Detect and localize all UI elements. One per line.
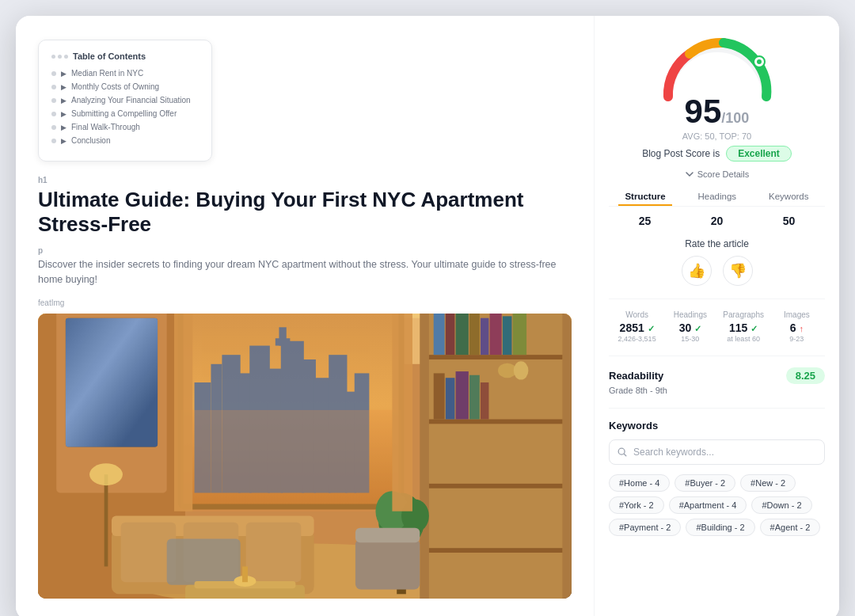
room-scene	[38, 314, 572, 599]
readability-title: Readability	[609, 370, 663, 382]
p-label: p	[38, 246, 572, 255]
stat-headings-range: 15-30	[663, 335, 716, 343]
featuring-label: featImg	[38, 298, 572, 307]
keyword-tag-4[interactable]: #Apartment - 4	[669, 496, 747, 514]
keywords-title: Keywords	[609, 420, 825, 432]
toc-arrow-icon: ▶	[61, 83, 66, 91]
score-display: 95/100	[685, 95, 750, 128]
score-val-headings: 20	[711, 215, 724, 227]
search-input-wrap	[609, 439, 825, 465]
readability-grade: Grade 8th - 9th	[609, 386, 825, 395]
score-number: 95	[685, 93, 722, 130]
toc-item[interactable]: ▶ Monthly Costs of Owning	[51, 82, 199, 91]
stat-headings: Headings 30 ✓ 15-30	[663, 310, 716, 343]
keyword-tag-0[interactable]: #Home - 4	[609, 474, 670, 492]
stat-words-label: Words	[610, 310, 663, 319]
images-arrow-up-icon: ↑	[799, 324, 804, 333]
score-badge-row: Blog Post Score is Excellent	[642, 146, 792, 162]
stat-words-value: 2851 ✓	[610, 321, 663, 334]
keyword-tag-7[interactable]: #Building - 2	[686, 519, 754, 536]
toc-item[interactable]: ▶ Analyzing Your Financial Situation	[51, 96, 199, 105]
stat-headings-value: 30 ✓	[663, 321, 716, 334]
search-icon	[617, 447, 628, 458]
keyword-tags: #Home - 4 #Buyer - 2 #New - 2 #York - 2 …	[609, 474, 825, 536]
tab-keywords[interactable]: Keywords	[762, 188, 815, 206]
headings-check-icon: ✓	[694, 324, 701, 333]
featured-image	[38, 314, 572, 599]
keyword-tag-2[interactable]: #New - 2	[740, 474, 796, 492]
left-panel: Table of Contents ▶ Median Rent in NYC ▶…	[16, 16, 594, 616]
stat-images: Images 6 ↑ 9-23	[770, 310, 823, 343]
stat-images-range: 9-23	[770, 335, 823, 343]
search-input[interactable]	[609, 439, 825, 465]
stat-words-range: 2,426-3,515	[610, 335, 663, 343]
tab-headings[interactable]: Headings	[692, 188, 743, 206]
h1-label: h1	[38, 176, 572, 184]
right-panel: 95/100 AVG: 50, TOP: 70 Blog Post Score …	[594, 16, 839, 616]
toc-arrow-icon: ▶	[61, 124, 66, 131]
words-check-icon: ✓	[648, 324, 655, 333]
toc-item[interactable]: ▶ Median Rent in NYC	[51, 69, 199, 78]
readability-score: 8.25	[786, 367, 825, 384]
keyword-tag-1[interactable]: #Buyer - 2	[674, 474, 735, 492]
toc-item[interactable]: ▶ Submitting a Compelling Offer	[51, 109, 199, 118]
tab-structure[interactable]: Structure	[618, 188, 671, 206]
featured-image-inner	[38, 314, 572, 599]
score-tabs: Structure Headings Keywords	[609, 188, 825, 207]
stat-headings-label: Headings	[663, 310, 716, 319]
stat-paragraphs-label: Paragraphs	[717, 310, 770, 319]
toc-item[interactable]: ▶ Final Walk-Through	[51, 123, 199, 131]
score-values: 25 20 50	[609, 215, 825, 227]
score-val-keywords: 50	[783, 215, 796, 227]
score-max: /100	[721, 110, 749, 126]
rate-section: Rate the article 👍 👎	[609, 238, 825, 286]
article-title: Ultimate Guide: Buying Your First NYC Ap…	[38, 188, 572, 237]
article-description: Discover the insider secrets to finding …	[38, 257, 572, 287]
toc-bullet-icon	[51, 85, 56, 89]
toc-item[interactable]: ▶ Conclusion	[51, 136, 199, 145]
svg-rect-66	[38, 314, 572, 599]
toc-arrow-icon: ▶	[61, 110, 66, 118]
toc-bullet-icon	[51, 125, 56, 130]
keyword-tag-3[interactable]: #York - 2	[609, 496, 664, 514]
toc-arrow-icon: ▶	[61, 70, 66, 78]
stat-words: Words 2851 ✓ 2,426-3,515	[610, 310, 663, 343]
toc-card: Table of Contents ▶ Median Rent in NYC ▶…	[38, 40, 212, 162]
thumbs-up-icon: 👍	[688, 262, 705, 279]
stat-paragraphs-range: at least 60	[717, 335, 770, 343]
thumbs-down-icon: 👎	[729, 262, 747, 279]
stat-paragraphs: Paragraphs 115 ✓ at least 60	[717, 310, 770, 343]
toc-bullet-icon	[51, 139, 56, 143]
paragraphs-check-icon: ✓	[750, 324, 758, 333]
divider	[609, 298, 825, 299]
divider-3	[609, 408, 825, 409]
rate-buttons: 👍 👎	[609, 256, 825, 286]
keyword-tag-6[interactable]: #Payment - 2	[609, 519, 681, 536]
toc-arrow-icon: ▶	[61, 97, 66, 105]
chevron-down-icon	[685, 169, 694, 179]
gauge-container: 95/100 AVG: 50, TOP: 70 Blog Post Score …	[609, 32, 825, 162]
thumbs-up-button[interactable]: 👍	[682, 256, 712, 286]
thumbs-down-button[interactable]: 👎	[723, 256, 753, 286]
toc-title: Table of Contents	[51, 51, 199, 61]
score-details-toggle[interactable]: Score Details	[609, 169, 825, 179]
divider-2	[609, 356, 825, 356]
rate-label: Rate the article	[609, 238, 825, 249]
toc-bullet-icon	[51, 71, 56, 76]
readability-header: Readability 8.25	[609, 367, 825, 384]
stat-paragraphs-value: 115 ✓	[717, 321, 770, 334]
room-svg	[38, 314, 572, 599]
score-val-structure: 25	[639, 215, 652, 227]
keyword-tag-8[interactable]: #Agent - 2	[760, 519, 821, 536]
keyword-tag-5[interactable]: #Down - 2	[751, 496, 811, 514]
toc-bullet-icon	[51, 112, 56, 116]
svg-point-68	[757, 59, 762, 64]
readability-section: Readability 8.25 Grade 8th - 9th	[609, 367, 825, 395]
app-container: Table of Contents ▶ Median Rent in NYC ▶…	[16, 16, 839, 616]
stat-images-value: 6 ↑	[770, 321, 823, 334]
score-avg: AVG: 50, TOP: 70	[682, 131, 751, 141]
blog-post-score-label: Blog Post Score is	[642, 148, 720, 159]
excellent-badge: Excellent	[726, 146, 792, 162]
toc-arrow-icon: ▶	[61, 137, 66, 145]
toc-bullet-icon	[51, 98, 56, 103]
